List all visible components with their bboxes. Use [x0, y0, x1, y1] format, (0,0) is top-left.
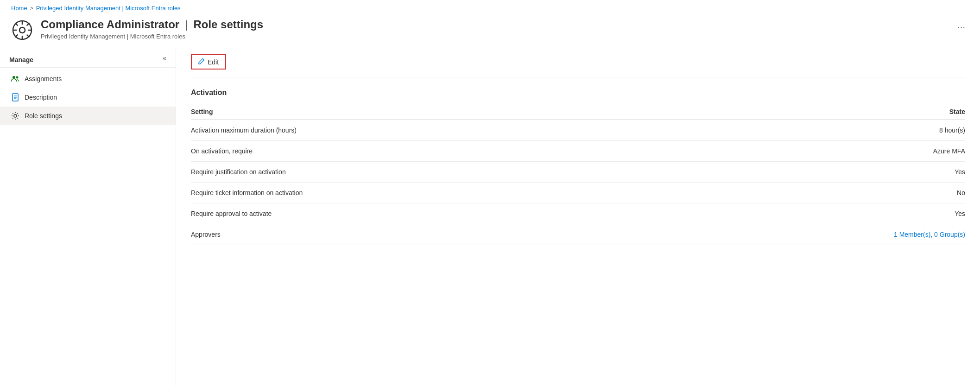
more-options-button[interactable]: ···: [954, 20, 969, 34]
col-state-header: State: [873, 108, 965, 115]
section-title: Activation: [191, 89, 965, 97]
sidebar-item-description-label: Description: [25, 94, 57, 101]
sidebar-item-role-settings[interactable]: Role settings: [0, 107, 176, 125]
table-header: Setting State: [191, 104, 965, 120]
breadcrumb: Home > Privileged Identity Management | …: [0, 0, 980, 16]
table-row: Activation maximum duration (hours) 8 ho…: [191, 120, 965, 141]
row-6-state-link[interactable]: 1 Member(s), 0 Group(s): [873, 231, 965, 238]
svg-point-16: [14, 114, 17, 117]
breadcrumb-pim[interactable]: Privileged Identity Management | Microso…: [36, 5, 181, 12]
row-3-setting: Require justification on activation: [191, 168, 873, 176]
edit-button-label: Edit: [208, 58, 219, 66]
person-group-icon: [11, 74, 20, 83]
table-row: Require ticket information on activation…: [191, 183, 965, 203]
sidebar-collapse-button[interactable]: «: [161, 52, 168, 63]
row-3-state: Yes: [873, 168, 965, 176]
row-4-setting: Require ticket information on activation: [191, 189, 873, 196]
table-row: Require justification on activation Yes: [191, 162, 965, 183]
header-icon: [11, 19, 33, 41]
svg-point-11: [16, 76, 19, 79]
sidebar-item-role-settings-label: Role settings: [25, 112, 62, 120]
sidebar-item-assignments[interactable]: Assignments: [0, 70, 176, 88]
row-1-setting: Activation maximum duration (hours): [191, 127, 873, 134]
sidebar-item-description[interactable]: Description: [0, 88, 176, 107]
sidebar-item-assignments-label: Assignments: [25, 75, 62, 82]
svg-point-10: [13, 76, 15, 79]
breadcrumb-home[interactable]: Home: [11, 5, 27, 12]
col-setting-header: Setting: [191, 108, 873, 115]
main-layout: « Manage Assignments: [0, 49, 980, 386]
edit-button[interactable]: Edit: [191, 54, 226, 70]
content-area: Edit Activation Setting State Activation…: [176, 49, 980, 386]
table-row: Require approval to activate Yes: [191, 203, 965, 224]
table-row: On activation, require Azure MFA: [191, 141, 965, 162]
document-icon: [11, 93, 20, 102]
activation-section: Activation Setting State Activation maxi…: [191, 89, 965, 245]
row-2-state: Azure MFA: [873, 147, 965, 155]
breadcrumb-separator: >: [30, 5, 33, 12]
title-role-name: Compliance Administrator: [41, 18, 179, 31]
toolbar: Edit: [191, 49, 965, 77]
page-title: Compliance Administrator | Role settings: [41, 18, 946, 31]
header-text: Compliance Administrator | Role settings…: [41, 18, 946, 40]
pencil-icon: [198, 58, 205, 66]
title-section: Role settings: [193, 18, 263, 31]
row-5-state: Yes: [873, 210, 965, 217]
page-subtitle: Privileged Identity Management | Microso…: [41, 33, 946, 40]
sidebar: « Manage Assignments: [0, 49, 176, 386]
sidebar-section-title: Manage: [0, 49, 176, 68]
table-row: Approvers 1 Member(s), 0 Group(s): [191, 224, 965, 245]
page-header: Compliance Administrator | Role settings…: [0, 16, 980, 49]
title-separator: |: [185, 18, 188, 31]
row-1-state: 8 hour(s): [873, 127, 965, 134]
gear-icon: [11, 111, 20, 120]
row-6-setting: Approvers: [191, 231, 873, 238]
row-5-setting: Require approval to activate: [191, 210, 873, 217]
row-4-state: No: [873, 189, 965, 196]
page-container: Home > Privileged Identity Management | …: [0, 0, 980, 386]
svg-point-1: [19, 27, 25, 33]
row-2-setting: On activation, require: [191, 147, 873, 155]
